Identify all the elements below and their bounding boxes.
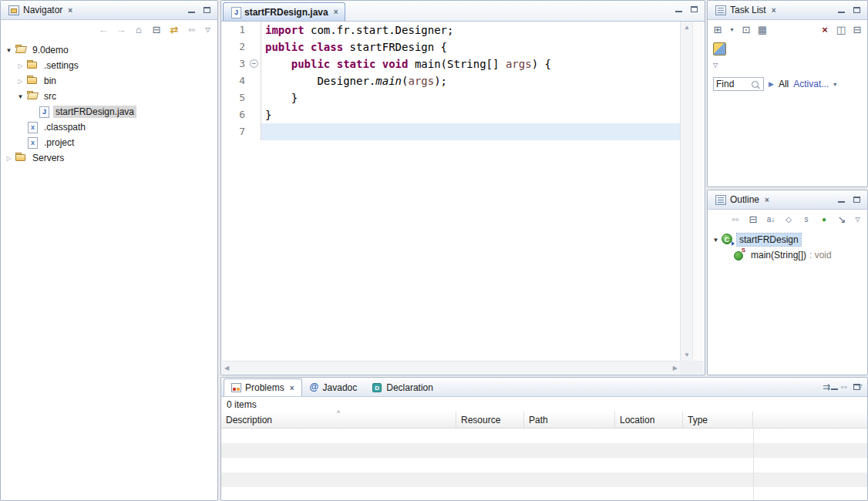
code-line[interactable]: 1import com.fr.start.Designer; bbox=[222, 22, 680, 39]
menu-dropdown-icon[interactable]: ▽ bbox=[854, 214, 861, 225]
navigator-tree-item[interactable]: ▼src bbox=[1, 89, 217, 104]
hide-fields-icon[interactable]: ◇ bbox=[783, 214, 794, 225]
outline-tree-item[interactable]: main(String[]) : void bbox=[708, 247, 867, 263]
code-line[interactable]: 4 Designer.main(args); bbox=[222, 72, 680, 89]
xml-file-icon bbox=[26, 137, 39, 148]
hide-static-icon[interactable]: s bbox=[801, 214, 812, 225]
sort-icon[interactable]: a↓ bbox=[765, 214, 776, 225]
tab-declaration[interactable]: Declaration bbox=[365, 378, 441, 396]
vertical-scrollbar[interactable]: ▲ ▼ bbox=[680, 22, 693, 361]
chevron-collapsed-icon[interactable]: ▷ bbox=[15, 62, 25, 69]
window-buttons bbox=[187, 6, 214, 14]
code-line[interactable]: 5 } bbox=[222, 89, 680, 106]
new-task-icon[interactable]: ⊞ bbox=[712, 25, 723, 35]
chevron-expanded-icon[interactable]: ▼ bbox=[15, 93, 25, 100]
maximize-button[interactable] bbox=[853, 6, 861, 14]
tab-problems[interactable]: Problems× bbox=[224, 378, 302, 396]
code-line[interactable]: 7 bbox=[222, 123, 680, 140]
minimize-button[interactable] bbox=[187, 6, 196, 14]
chevron-down-icon[interactable]: ▾ bbox=[833, 81, 836, 88]
code-line[interactable]: 6} bbox=[222, 106, 680, 123]
sort-indicator-icon: ^ bbox=[337, 409, 340, 417]
code-text: import com.fr.start.Designer; bbox=[261, 22, 680, 39]
collapse-all-icon[interactable]: ⊟ bbox=[748, 214, 759, 225]
navigator-tab[interactable]: Navigator × bbox=[5, 3, 76, 17]
close-icon[interactable]: × bbox=[334, 8, 338, 16]
outline-tree-item[interactable]: ▼startFRDesign bbox=[708, 232, 867, 247]
view-menu-icon[interactable]: ◦◦ bbox=[187, 25, 197, 35]
categorized-icon[interactable]: ⊡ bbox=[741, 25, 752, 35]
table-edge-line bbox=[753, 429, 754, 501]
chevron-expanded-icon[interactable]: ▼ bbox=[4, 47, 14, 54]
column-header-resource[interactable]: Resource bbox=[456, 412, 524, 428]
overview-ruler[interactable] bbox=[692, 22, 704, 361]
minimize-button[interactable] bbox=[837, 196, 846, 203]
horizontal-scrollbar[interactable]: ◀ ▶ bbox=[222, 361, 680, 374]
close-icon[interactable]: × bbox=[772, 6, 776, 15]
scroll-left-icon[interactable]: ◀ bbox=[224, 365, 229, 372]
navigator-tree-item[interactable]: ▼9.0demo bbox=[1, 42, 217, 58]
code-line[interactable]: 3− public static void main(String[] args… bbox=[222, 55, 680, 72]
maximize-button[interactable] bbox=[690, 5, 698, 13]
close-icon[interactable]: × bbox=[290, 384, 294, 392]
menu-dropdown-icon[interactable]: ▽ bbox=[713, 62, 718, 69]
menu-dropdown-icon[interactable]: ▽ bbox=[204, 25, 211, 35]
collapse-all-icon[interactable]: ⊟ bbox=[852, 25, 863, 35]
view-pellets-icon[interactable]: ◦◦ bbox=[730, 214, 741, 225]
back-icon[interactable]: ← bbox=[98, 25, 109, 35]
fold-margin bbox=[249, 72, 261, 89]
tab-javadoc[interactable]: Javadoc bbox=[302, 378, 365, 396]
hide-nonpublic-icon[interactable]: ● bbox=[819, 214, 829, 225]
folder-open-icon bbox=[26, 91, 39, 102]
chevron-expanded-icon[interactable]: ▼ bbox=[711, 237, 721, 244]
task-repository-icon[interactable] bbox=[713, 42, 726, 55]
chevron-collapsed-icon[interactable]: ▷ bbox=[4, 155, 14, 162]
link-editor-icon[interactable]: ⇄ bbox=[169, 25, 180, 35]
task-list-tab[interactable]: Task List × bbox=[712, 3, 780, 17]
column-header-path[interactable]: Path bbox=[524, 412, 615, 428]
scope-activate-link[interactable]: Activat... bbox=[793, 79, 829, 89]
minimize-button[interactable] bbox=[837, 6, 846, 14]
connector-icon[interactable]: ◫ bbox=[836, 25, 846, 35]
editor-tab[interactable]: startFRDesign.java × bbox=[223, 2, 345, 21]
fold-collapse-icon[interactable]: − bbox=[250, 59, 258, 68]
hide-local-types-icon[interactable]: ↘ bbox=[836, 214, 847, 225]
delete-icon[interactable]: × bbox=[819, 25, 830, 35]
table-row bbox=[221, 472, 867, 487]
fold-margin bbox=[249, 39, 261, 55]
new-task-dropdown-icon[interactable]: ▾ bbox=[728, 25, 735, 35]
column-header-location[interactable]: Location bbox=[615, 412, 683, 428]
maximize-button[interactable] bbox=[853, 383, 861, 391]
column-header-type[interactable]: Type bbox=[683, 412, 753, 428]
code-lines[interactable]: 1import com.fr.start.Designer;2public cl… bbox=[222, 22, 680, 361]
search-icon bbox=[752, 81, 759, 88]
minimize-button[interactable] bbox=[830, 383, 839, 391]
outline-panel: Outline × ◦◦⊟a↓◇s●↘▽ ▼startFRDesignmain(… bbox=[707, 190, 868, 375]
navigator-tree-item[interactable]: .classpath bbox=[1, 119, 217, 135]
close-icon[interactable]: × bbox=[765, 196, 769, 204]
navigator-tree-item[interactable]: ▷bin bbox=[1, 73, 217, 89]
outline-tab[interactable]: Outline × bbox=[712, 193, 773, 207]
forward-icon[interactable]: → bbox=[116, 25, 126, 35]
code-text: Designer.main(args); bbox=[261, 72, 680, 89]
navigator-tree-item[interactable]: .project bbox=[1, 135, 217, 150]
code-line[interactable]: 2public class startFRDesign { bbox=[222, 39, 680, 55]
scroll-down-icon[interactable]: ▼ bbox=[684, 351, 690, 358]
scope-all-link[interactable]: All bbox=[779, 79, 789, 89]
collapse-all-icon[interactable]: ⊟ bbox=[151, 25, 162, 35]
minimize-button[interactable] bbox=[675, 5, 683, 13]
chevron-collapsed-icon[interactable]: ▷ bbox=[15, 78, 25, 85]
close-icon[interactable]: × bbox=[68, 6, 72, 15]
scheduled-icon[interactable]: ▦ bbox=[757, 25, 768, 35]
column-header-description[interactable]: Description^ bbox=[221, 412, 456, 428]
navigator-tree-item[interactable]: startFRDesign.java bbox=[1, 104, 217, 119]
navigator-tree-item[interactable]: ▷Servers bbox=[1, 150, 217, 166]
home-icon[interactable]: ⌂ bbox=[133, 25, 144, 35]
scroll-right-icon[interactable]: ▶ bbox=[673, 365, 678, 372]
scroll-up-icon[interactable]: ▲ bbox=[684, 24, 690, 31]
find-input[interactable] bbox=[716, 79, 750, 89]
maximize-button[interactable] bbox=[853, 196, 861, 203]
problems-header: Problems×JavadocDeclaration ⇉◦◦▽ bbox=[221, 378, 867, 397]
navigator-tree-item[interactable]: ▷.settings bbox=[1, 58, 217, 73]
maximize-button[interactable] bbox=[203, 6, 211, 14]
